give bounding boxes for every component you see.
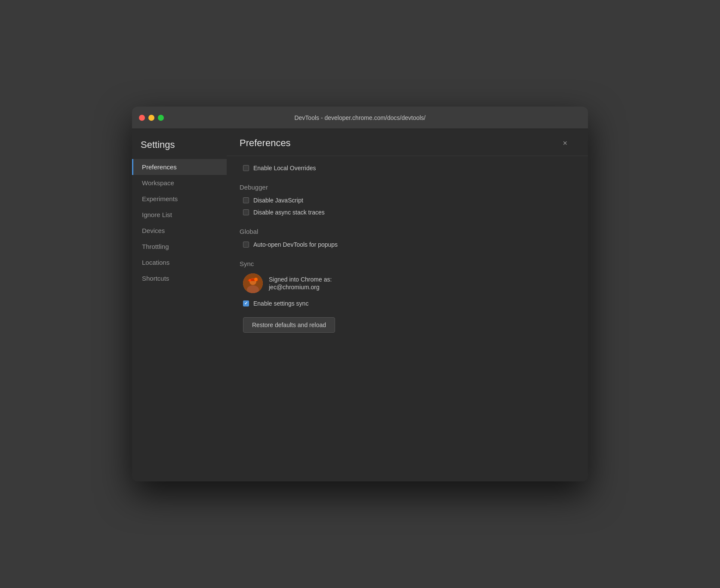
- sidebar-item-workspace[interactable]: Workspace: [132, 175, 227, 191]
- disable-javascript-label[interactable]: Disable JavaScript: [253, 197, 303, 204]
- close-traffic-light[interactable]: [139, 115, 145, 121]
- debugger-header: Debugger: [240, 184, 575, 191]
- sidebar-item-preferences[interactable]: Preferences: [132, 159, 227, 175]
- enable-settings-sync-checkbox[interactable]: [243, 300, 249, 306]
- auto-open-devtools-checkbox[interactable]: [243, 242, 249, 248]
- disable-javascript-row: Disable JavaScript: [240, 197, 575, 204]
- main-header: Preferences ×: [227, 129, 588, 156]
- sync-user: Signed into Chrome as: jec@chromium.org: [240, 273, 575, 293]
- auto-open-devtools-row: Auto-open DevTools for popups: [240, 241, 575, 248]
- global-section: Global Auto-open DevTools for popups: [240, 228, 575, 248]
- disable-async-stack-traces-row: Disable async stack traces: [240, 209, 575, 216]
- disable-javascript-checkbox[interactable]: [243, 197, 249, 203]
- sync-header: Sync: [240, 260, 575, 267]
- svg-point-4: [249, 279, 251, 282]
- sync-section: Sync: [240, 260, 575, 333]
- browser-window: DevTools - developer.chrome.com/docs/dev…: [132, 107, 588, 481]
- signed-in-label: Signed into Chrome as:: [269, 276, 332, 283]
- disable-async-stack-traces-label[interactable]: Disable async stack traces: [253, 209, 325, 216]
- svg-point-3: [254, 278, 258, 281]
- main-content: Preferences × Enable Local Overrides Deb…: [227, 129, 588, 481]
- sidebar: Settings Preferences Workspace Experimen…: [132, 129, 227, 481]
- settings-container: Settings Preferences Workspace Experimen…: [132, 129, 588, 481]
- user-info: Signed into Chrome as: jec@chromium.org: [269, 276, 332, 291]
- avatar: [243, 273, 263, 293]
- sidebar-item-ignore-list[interactable]: Ignore List: [132, 207, 227, 223]
- page-title: Preferences: [240, 138, 291, 149]
- sidebar-item-locations[interactable]: Locations: [132, 254, 227, 270]
- restore-button-container: Restore defaults and reload: [240, 312, 575, 333]
- sidebar-item-experiments[interactable]: Experiments: [132, 191, 227, 207]
- content-area[interactable]: Enable Local Overrides Debugger Disable …: [227, 156, 588, 358]
- enable-local-overrides-checkbox[interactable]: [243, 165, 249, 171]
- avatar-image: [243, 273, 263, 293]
- user-email: jec@chromium.org: [269, 284, 332, 291]
- enable-settings-sync-row: Enable settings sync: [240, 300, 575, 307]
- global-header: Global: [240, 228, 575, 235]
- sidebar-item-throttling[interactable]: Throttling: [132, 239, 227, 254]
- debugger-section: Debugger Disable JavaScript Disable asyn…: [240, 184, 575, 216]
- auto-open-devtools-label[interactable]: Auto-open DevTools for popups: [253, 241, 338, 248]
- title-bar: DevTools - developer.chrome.com/docs/dev…: [132, 107, 588, 129]
- close-button[interactable]: ×: [559, 138, 571, 149]
- enable-settings-sync-label[interactable]: Enable settings sync: [253, 300, 308, 307]
- disable-async-stack-traces-checkbox[interactable]: [243, 209, 249, 215]
- sidebar-item-shortcuts[interactable]: Shortcuts: [132, 270, 227, 286]
- sources-section: Enable Local Overrides: [240, 165, 575, 172]
- browser-title: DevTools - developer.chrome.com/docs/dev…: [294, 114, 425, 121]
- settings-title: Settings: [132, 139, 227, 159]
- sidebar-item-devices[interactable]: Devices: [132, 223, 227, 239]
- maximize-traffic-light[interactable]: [158, 115, 164, 121]
- traffic-lights: [139, 115, 164, 121]
- minimize-traffic-light[interactable]: [148, 115, 154, 121]
- restore-defaults-button[interactable]: Restore defaults and reload: [243, 317, 335, 333]
- enable-local-overrides-label[interactable]: Enable Local Overrides: [253, 165, 316, 172]
- enable-local-overrides-row: Enable Local Overrides: [240, 165, 575, 172]
